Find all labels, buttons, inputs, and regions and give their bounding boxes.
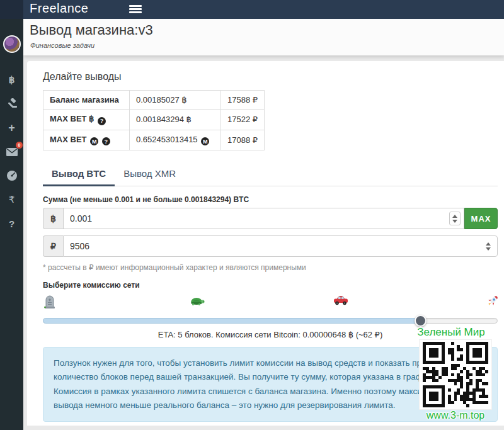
balance-value-btc: 0.00185027 ฿ — [130, 91, 221, 110]
rub-estimate-note: * рассчеты в ₽ имеют информационный хара… — [43, 263, 498, 272]
fee-speed-icons — [43, 293, 498, 311]
tab-withdraw-btc[interactable]: Вывод BTC — [43, 163, 115, 186]
amount-label: Сумма (не меньше 0.001 и не больше 0.001… — [43, 195, 498, 204]
gauge-icon — [6, 170, 18, 181]
qr-code — [421, 342, 490, 407]
monero-icon: M — [201, 137, 209, 145]
withdraw-tabs: Вывод BTC Вывод XMR — [43, 163, 498, 186]
section-heading: Делайте выводы — [43, 71, 498, 82]
fee-slider-handle[interactable] — [415, 315, 427, 327]
page-subtitle: Финансовые задачи — [30, 42, 94, 49]
stepper-up-icon[interactable] — [452, 215, 457, 218]
stepper-up-icon[interactable] — [486, 242, 491, 246]
sidebar: ฿ + 0 — [0, 19, 23, 430]
balance-value-rub: 17588 ₽ — [221, 91, 265, 110]
rub-amount-input[interactable] — [64, 236, 497, 256]
fee-speed-fastest-icon — [485, 293, 500, 308]
rub-amount-group: ₽ — [43, 235, 498, 257]
top-navbar: Freelance — [0, 0, 504, 19]
maxbet-btc-value: 0.001843294 ฿ — [130, 110, 221, 130]
stepper-down-icon[interactable] — [452, 220, 457, 223]
fee-label: Выберите комиссию сети — [43, 281, 498, 290]
fee-slider-fill — [43, 318, 420, 324]
page-header: Вывод магазина:v3 Финансовые задачи — [23, 19, 504, 55]
sidebar-item-add[interactable]: + — [0, 116, 23, 140]
question-icon: ? — [9, 218, 14, 229]
stepper-down-icon[interactable] — [486, 247, 491, 251]
monero-icon: M — [90, 137, 98, 145]
maxbet-xmr-rub: 17088 ₽ — [221, 130, 265, 150]
sidebar-item-dashboard[interactable] — [0, 164, 23, 188]
maxbet-btc-label: MAX BET ฿ — [50, 114, 94, 123]
sidebar-item-rupee[interactable]: ₹ — [0, 188, 23, 212]
watermark-url: www.3-m.top — [415, 410, 496, 421]
rupee-icon: ₹ — [9, 194, 15, 205]
table-row: MAX BET M ? 0.652453013415 M 17088 ₽ — [43, 130, 265, 150]
sidebar-item-auction[interactable] — [0, 92, 23, 116]
fee-speed-slow-icon — [189, 293, 205, 306]
fee-speed-fast-icon — [333, 293, 349, 306]
envelope-icon — [6, 148, 18, 156]
balance-table: Баланс магазина 0.00185027 ฿ 17588 ₽ MAX… — [43, 90, 265, 150]
maxbet-xmr-label: MAX BET — [50, 135, 87, 144]
btc-amount-group: ฿ MAX — [43, 208, 498, 229]
maxbet-xmr-value: 0.652453013415 — [136, 135, 198, 144]
tab-withdraw-xmr[interactable]: Вывод XMR — [115, 163, 185, 186]
menu-toggle-icon[interactable] — [129, 5, 142, 14]
qr-code-container — [420, 340, 491, 409]
balance-label: Баланс магазина — [43, 91, 130, 110]
question-circle-icon[interactable]: ? — [98, 117, 106, 125]
bitcoin-icon: ฿ — [9, 74, 15, 86]
rub-symbol-addon: ₽ — [43, 235, 63, 257]
fee-speed-slowest-icon — [43, 293, 57, 308]
table-row: Баланс магазина 0.00185027 ฿ 17588 ₽ — [43, 91, 265, 110]
watermark-title: Зеленый Мир — [406, 326, 496, 339]
rub-amount-stepper[interactable] — [483, 239, 494, 253]
watermark: Зеленый Мир www.3-m.top — [415, 326, 496, 421]
fee-slider[interactable] — [43, 315, 498, 326]
table-row: MAX BET ฿ ? 0.001843294 ฿ 17522 ₽ — [43, 110, 265, 130]
navbar-corner — [0, 0, 23, 19]
messages-badge: 0 — [16, 142, 23, 149]
question-circle-icon[interactable]: ? — [102, 137, 110, 145]
sidebar-item-messages[interactable]: 0 — [0, 140, 23, 164]
app-brand[interactable]: Freelance — [30, 1, 88, 16]
page-title: Вывод магазина:v3 — [30, 22, 153, 38]
max-button[interactable]: MAX — [464, 208, 498, 229]
maxbet-btc-rub: 17522 ₽ — [221, 110, 265, 130]
btc-amount-input[interactable] — [64, 208, 464, 229]
btc-amount-stepper[interactable] — [449, 212, 461, 225]
sidebar-item-bitcoin[interactable]: ฿ — [0, 68, 23, 92]
gavel-icon — [6, 98, 18, 110]
btc-symbol-addon: ฿ — [43, 208, 63, 229]
avatar[interactable] — [3, 35, 21, 53]
plus-icon: + — [8, 122, 15, 135]
sidebar-item-help[interactable]: ? — [0, 212, 23, 235]
